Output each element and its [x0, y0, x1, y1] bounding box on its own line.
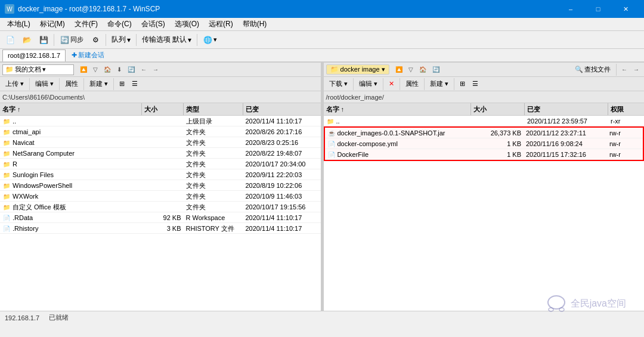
toolbar-sync[interactable]: 🔄 同步: [57, 33, 86, 47]
left-cell-modified: 2020/10/9 11:46:03: [243, 191, 321, 202]
toolbar-transfer[interactable]: 传输选项 默认 ▾: [139, 33, 194, 47]
left-file-row[interactable]: 📁 WXWork 文件夹 2020/10/9 11:46:03: [0, 191, 321, 202]
left-list-btn[interactable]: ☰: [129, 77, 141, 91]
right-folder-icon: 📁: [330, 66, 339, 73]
left-file-row[interactable]: 📁 Sunlogin Files 文件夹 2020/9/11 22:20:03: [0, 169, 321, 180]
transfer-label: 传输选项 默认: [142, 35, 187, 45]
left-file-name: R: [13, 160, 17, 168]
close-button[interactable]: ✕: [612, 0, 639, 18]
left-file-icon: 📁: [2, 160, 11, 168]
new-session-button[interactable]: ✚ 新建会话: [68, 50, 108, 61]
left-col-type[interactable]: 类型: [184, 103, 243, 115]
left-file-list[interactable]: 名字 ↑ 大小 类型 已变 📁 .. 上级目录 2020/11/4 11:10:…: [0, 103, 321, 311]
left-file-row[interactable]: 📁 R 文件夹 2020/10/17 20:34:00: [0, 159, 321, 169]
sep3: [136, 34, 137, 46]
left-cell-modified: 2020/11/4 11:10:17: [243, 223, 321, 234]
menu-help[interactable]: 帮助(H): [238, 18, 272, 30]
right-col-modified[interactable]: 已变: [525, 103, 608, 115]
left-cell-modified: 2020/11/4 11:10:17: [243, 212, 321, 223]
toolbar-open[interactable]: 📂: [19, 33, 35, 47]
toolbar-new[interactable]: 📄: [2, 33, 18, 47]
right-file-row[interactable]: 📁 .. 2020/11/12 23:59:57 r-xr: [324, 116, 645, 126]
right-list-btn[interactable]: ☰: [469, 77, 481, 91]
left-props-btn[interactable]: 属性: [62, 77, 81, 91]
maximize-button[interactable]: □: [584, 0, 612, 18]
right-nav-home[interactable]: 🏠: [417, 65, 429, 74]
right-props-btn[interactable]: 属性: [402, 77, 422, 91]
left-col-name[interactable]: 名字 ↑: [0, 103, 142, 115]
minimize-button[interactable]: –: [557, 0, 584, 18]
right-nav-filter[interactable]: ▽: [406, 65, 416, 74]
toolbar-queue[interactable]: 队列 ▾: [109, 33, 134, 47]
menu-mark[interactable]: 标记(M): [35, 18, 70, 30]
menu-command[interactable]: 命令(C): [103, 18, 137, 30]
left-nav-filter[interactable]: ▽: [91, 65, 100, 74]
left-cell-type: 文件夹: [184, 191, 243, 202]
left-cell-name: 📁 NetSarang Computer: [0, 148, 142, 159]
left-cell-type: 文件夹: [184, 137, 243, 148]
left-cell-type: R Workspace: [184, 212, 243, 223]
left-upload-btn[interactable]: 上传 ▾: [2, 78, 27, 90]
right-delete-btn[interactable]: ✕: [386, 77, 397, 91]
right-folder-pill[interactable]: 📁 docker image ▾: [326, 64, 389, 75]
left-file-row[interactable]: 📁 ctmai_api 文件夹 2020/8/26 20:17:16: [0, 126, 321, 137]
left-grid-btn[interactable]: ⊞: [116, 77, 128, 91]
left-file-icon: 📁: [2, 171, 11, 179]
right-file-row[interactable]: 📄 docker-compose.yml 1 KB 2020/11/16 9:0…: [325, 138, 643, 149]
left-cell-modified: 2020/8/22 19:48:07: [243, 148, 321, 159]
right-nav-up[interactable]: 🔼: [393, 65, 405, 74]
left-file-row[interactable]: 📁 自定义 Office 模板 文件夹 2020/10/17 19:15:56: [0, 202, 321, 212]
left-nav-up[interactable]: 🔼: [78, 65, 89, 74]
right-file-icon: 📄: [327, 140, 336, 148]
left-file-row[interactable]: 📁 WindowsPowerShell 文件夹 2020/8/19 10:22:…: [0, 180, 321, 191]
left-col-size[interactable]: 大小: [142, 103, 184, 115]
new-session-icon: ✚: [72, 51, 77, 59]
session-tab[interactable]: root@192.168.1.7: [2, 50, 66, 61]
right-file-row[interactable]: 📄 DockerFile 1 KB 2020/11/15 17:32:16 rw…: [325, 149, 643, 160]
right-download-btn[interactable]: 下载 ▾: [326, 78, 351, 90]
status-ready: 已就绪: [49, 313, 69, 322]
menu-file[interactable]: 文件(F): [70, 18, 103, 30]
menu-session[interactable]: 会话(S): [137, 18, 170, 30]
left-file-row[interactable]: 📁 NetSarang Computer 文件夹 2020/8/22 19:48…: [0, 148, 321, 159]
right-col-size[interactable]: 大小: [471, 103, 525, 115]
right-fwd-btn[interactable]: →: [631, 65, 642, 74]
left-nav-back[interactable]: ←: [138, 65, 149, 74]
left-file-row[interactable]: 📄 .Rhistory 3 KB RHISTORY 文件 2020/11/4 1…: [0, 223, 321, 234]
left-edit-btn[interactable]: 编辑 ▾: [32, 78, 57, 90]
left-new-btn[interactable]: 新建 ▾: [86, 78, 111, 90]
toolbar-save[interactable]: 💾: [36, 33, 51, 47]
left-file-icon: 📄: [2, 214, 11, 222]
left-files-container: 📁 .. 上级目录 2020/11/4 11:10:17 📁 ctmai_api…: [0, 116, 321, 234]
extra-icon: 🌐: [203, 35, 212, 45]
toolbar-extra[interactable]: 🌐 ▾: [200, 33, 220, 47]
right-col-perms[interactable]: 权限: [608, 103, 644, 115]
menu-remote[interactable]: 远程(R): [204, 18, 238, 30]
right-search-btn[interactable]: 🔍 查找文件: [572, 63, 614, 77]
left-file-row[interactable]: 📄 .RData 92 KB R Workspace 2020/11/4 11:…: [0, 212, 321, 223]
left-nav-download[interactable]: ⬇: [114, 65, 124, 74]
left-file-name: Navicat: [13, 139, 35, 146]
left-nav-refresh[interactable]: 🔄: [125, 65, 137, 74]
right-col-name[interactable]: 名字 ↑: [324, 103, 472, 115]
right-nav-refresh[interactable]: 🔄: [430, 65, 442, 74]
toolbar-settings[interactable]: ⚙: [88, 33, 103, 47]
left-file-row[interactable]: 📁 .. 上级目录 2020/11/4 11:10:17: [0, 116, 321, 126]
right-file-list[interactable]: 名字 ↑ 大小 已变 权限 📁 .. 2020/11/12 23:59:57 r…: [324, 103, 645, 311]
main-toolbar: 📄 📂 💾 🔄 同步 ⚙ 队列 ▾ 传输选项 默认 ▾ 🌐 ▾: [0, 31, 644, 49]
right-edit-btn[interactable]: 编辑 ▾: [356, 78, 380, 90]
menu-local[interactable]: 本地(L): [2, 18, 35, 30]
left-nav-home[interactable]: 🏠: [101, 65, 113, 74]
left-path-dropdown[interactable]: 📁 我的文档 ▾: [2, 64, 74, 75]
right-file-row[interactable]: ☕ docker_images-0.0.1-SNAPSHOT.jar 26,37…: [325, 128, 643, 138]
left-cell-name: 📁 Navicat: [0, 137, 142, 148]
left-file-row[interactable]: 📁 Navicat 文件夹 2020/8/23 0:25:16: [0, 137, 321, 148]
right-back-btn[interactable]: ←: [619, 65, 630, 74]
left-col-modified[interactable]: 已变: [243, 103, 321, 115]
right-grid-btn[interactable]: ⊞: [457, 77, 468, 91]
highlighted-files-group: ☕ docker_images-0.0.1-SNAPSHOT.jar 26,37…: [324, 126, 645, 161]
left-nav-fwd[interactable]: →: [150, 65, 161, 74]
left-cell-size: [142, 137, 184, 148]
menu-options[interactable]: 选项(O): [170, 18, 204, 30]
right-new-btn[interactable]: 新建 ▾: [427, 78, 451, 90]
